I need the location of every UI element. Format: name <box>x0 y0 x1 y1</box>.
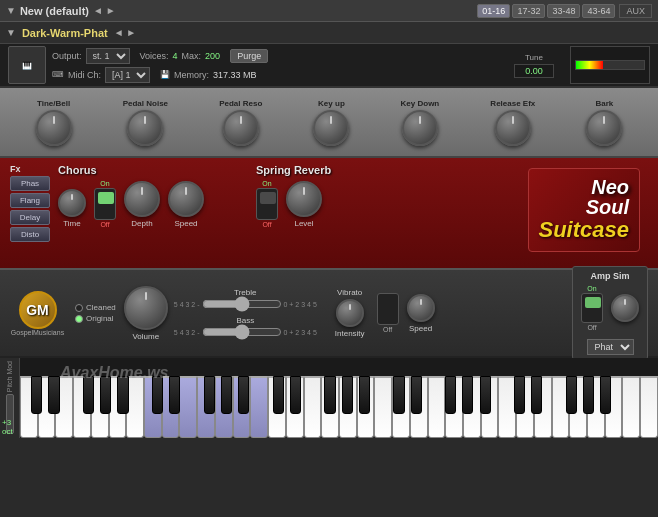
cleaned-original-selector: Cleaned Original <box>75 303 116 323</box>
info-bar: 🎹 Output: st. 1 Voices: 4 Max: 200 Purge… <box>0 44 658 88</box>
vibrato-toggle-switch[interactable] <box>377 293 399 325</box>
pedal-reso-knob[interactable] <box>223 110 259 146</box>
white-key[interactable] <box>321 376 339 438</box>
level-meter <box>570 46 650 84</box>
suitcase-text: Suitcase <box>539 217 630 243</box>
white-key[interactable] <box>55 376 73 438</box>
white-key[interactable] <box>587 376 605 438</box>
white-key[interactable] <box>109 376 127 438</box>
amp-toggle-switch[interactable] <box>581 293 603 323</box>
amp-sim-knob[interactable] <box>611 294 639 322</box>
white-key[interactable] <box>91 376 109 438</box>
white-key[interactable] <box>410 376 428 438</box>
white-key[interactable] <box>622 376 640 438</box>
white-key[interactable] <box>463 376 481 438</box>
preset-name: Dark-Warm-Phat <box>22 27 108 39</box>
range-btn-3[interactable]: 33-48 <box>547 4 580 18</box>
white-key[interactable] <box>534 376 552 438</box>
chorus-speed-knob[interactable] <box>168 181 204 217</box>
white-key[interactable] <box>498 376 516 438</box>
white-key[interactable] <box>445 376 463 438</box>
key-up-knob[interactable] <box>313 110 349 146</box>
original-label: Original <box>86 314 114 323</box>
chorus-toggle-switch[interactable] <box>94 188 116 220</box>
white-key[interactable] <box>73 376 91 438</box>
bass-marks-left: 5 4 3 2 - <box>174 329 200 336</box>
disto-button[interactable]: Disto <box>10 227 50 242</box>
gospel-label: GospelMusicians <box>11 329 64 336</box>
range-btn-1[interactable]: 01-16 <box>477 4 510 18</box>
bass-slider-row: 5 4 3 2 - 0 + 2 3 4 5 <box>174 326 317 338</box>
output-select[interactable]: st. 1 <box>86 48 130 64</box>
white-key-pressed[interactable] <box>250 376 268 438</box>
white-key[interactable] <box>481 376 499 438</box>
original-option[interactable]: Original <box>75 314 116 323</box>
cleaned-radio[interactable] <box>75 304 83 312</box>
range-selector: 01-16 17-32 33-48 43-64 <box>477 4 615 18</box>
original-radio[interactable] <box>75 315 83 323</box>
pitch-mod: Pitch Mod +3 oct <box>0 358 20 438</box>
white-key-pressed[interactable] <box>179 376 197 438</box>
white-key[interactable] <box>605 376 623 438</box>
white-key[interactable] <box>20 376 38 438</box>
white-key[interactable] <box>357 376 375 438</box>
treble-slider[interactable] <box>202 298 282 310</box>
chorus-toggle: On Off <box>94 180 116 228</box>
midi-select[interactable]: [A] 1 <box>105 67 150 83</box>
pedal-noise-knob[interactable] <box>127 110 163 146</box>
white-key[interactable] <box>374 376 392 438</box>
white-key[interactable] <box>516 376 534 438</box>
key-down-knob[interactable] <box>402 110 438 146</box>
top-bar: ▼ New (default) ◄ ► 01-16 17-32 33-48 43… <box>0 0 658 22</box>
cleaned-option[interactable]: Cleaned <box>75 303 116 312</box>
soul-text: Soul <box>586 197 629 217</box>
white-key-pressed[interactable] <box>162 376 180 438</box>
white-key[interactable] <box>286 376 304 438</box>
preset-arrows[interactable]: ◄ ► <box>114 27 137 38</box>
white-key-pressed[interactable] <box>215 376 233 438</box>
white-key-pressed[interactable] <box>233 376 251 438</box>
white-key[interactable] <box>552 376 570 438</box>
pedal-reso-label: Pedal Reso <box>219 99 262 108</box>
white-key[interactable] <box>38 376 56 438</box>
tune-value[interactable]: 0.00 <box>514 64 554 78</box>
reverb-level-knob[interactable] <box>286 181 322 217</box>
voices-label: Voices: 4 Max: 200 <box>140 51 221 61</box>
white-key-pressed[interactable] <box>197 376 215 438</box>
aux-button[interactable]: AUX <box>619 4 652 18</box>
bark-knob[interactable] <box>586 110 622 146</box>
speed-knob[interactable] <box>407 294 435 322</box>
white-key[interactable] <box>640 376 658 438</box>
intensity-knob[interactable] <box>336 299 364 327</box>
white-key[interactable] <box>428 376 446 438</box>
chorus-time-knob[interactable] <box>58 189 86 217</box>
bass-row: Bass 5 4 3 2 - 0 + 2 3 4 5 <box>174 316 317 338</box>
instrument-icon: 🎹 <box>8 46 46 84</box>
chorus-depth-knob[interactable] <box>124 181 160 217</box>
preset-expand-icon[interactable]: ▼ <box>6 27 16 38</box>
volume-label: Volume <box>132 332 159 341</box>
delay-button[interactable]: Delay <box>10 210 50 225</box>
preset-nav-arrows[interactable]: ◄ ► <box>93 5 116 16</box>
reverb-toggle-switch[interactable] <box>256 188 278 220</box>
release-efx-knob[interactable] <box>495 110 531 146</box>
plugin-name-icon: ▼ <box>6 5 16 16</box>
phas-button[interactable]: Phas <box>10 176 50 191</box>
white-key[interactable] <box>392 376 410 438</box>
plugin-title: New (default) <box>20 5 89 17</box>
range-btn-4[interactable]: 43-64 <box>582 4 615 18</box>
white-key[interactable] <box>339 376 357 438</box>
bass-slider[interactable] <box>202 326 282 338</box>
flang-button[interactable]: Flang <box>10 193 50 208</box>
white-key[interactable] <box>569 376 587 438</box>
amp-preset-select[interactable]: Phat <box>587 339 634 355</box>
volume-knob[interactable] <box>124 286 168 330</box>
midi-label: ⌨ Midi Ch: [A] 1 <box>52 67 150 83</box>
white-key[interactable] <box>126 376 144 438</box>
range-btn-2[interactable]: 17-32 <box>512 4 545 18</box>
tine-bell-knob[interactable] <box>36 110 72 146</box>
white-key[interactable] <box>304 376 322 438</box>
purge-button[interactable]: Purge <box>230 49 268 63</box>
white-key[interactable] <box>268 376 286 438</box>
white-key-pressed[interactable] <box>144 376 162 438</box>
